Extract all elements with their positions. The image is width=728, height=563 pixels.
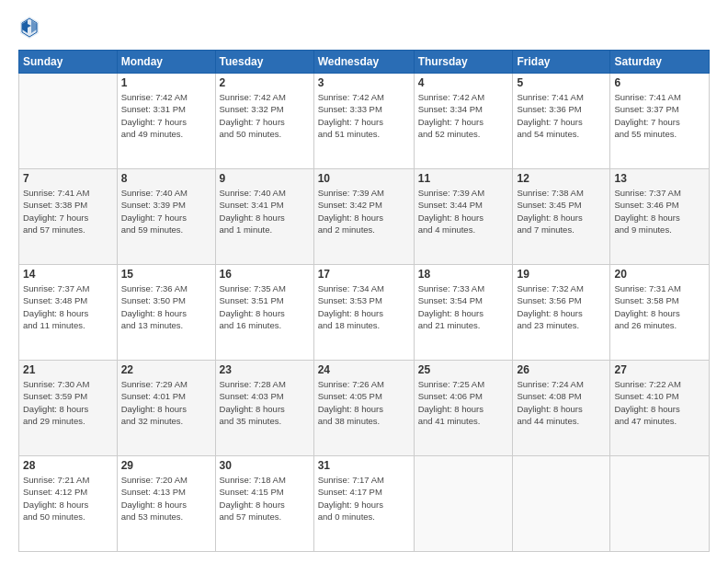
calendar-week-row: 7Sunrise: 7:41 AM Sunset: 3:38 PM Daylig… [19,169,710,265]
day-number: 28 [23,459,113,472]
logo [18,15,44,40]
day-number: 3 [318,76,410,89]
day-number: 6 [614,76,705,89]
calendar-cell [610,456,710,552]
header [18,15,710,40]
calendar-cell: 16Sunrise: 7:35 AM Sunset: 3:51 PM Dayli… [215,265,313,361]
day-info: Sunrise: 7:17 AM Sunset: 4:17 PM Dayligh… [318,474,410,523]
calendar-cell: 12Sunrise: 7:38 AM Sunset: 3:45 PM Dayli… [513,169,610,265]
day-number: 16 [220,268,310,281]
day-number: 7 [23,172,113,185]
calendar-cell: 3Sunrise: 7:42 AM Sunset: 3:33 PM Daylig… [313,74,414,169]
calendar-week-row: 14Sunrise: 7:37 AM Sunset: 3:48 PM Dayli… [19,265,710,361]
calendar-cell [513,456,610,552]
page: SundayMondayTuesdayWednesdayThursdayFrid… [0,0,728,563]
day-info: Sunrise: 7:36 AM Sunset: 3:50 PM Dayligh… [121,282,211,331]
calendar-week-row: 1Sunrise: 7:42 AM Sunset: 3:31 PM Daylig… [19,74,710,169]
day-number: 26 [517,363,606,376]
calendar-week-row: 21Sunrise: 7:30 AM Sunset: 3:59 PM Dayli… [19,361,710,456]
day-number: 5 [517,76,606,89]
calendar-cell: 7Sunrise: 7:41 AM Sunset: 3:38 PM Daylig… [19,169,118,265]
calendar-table: SundayMondayTuesdayWednesdayThursdayFrid… [18,50,710,552]
day-info: Sunrise: 7:39 AM Sunset: 3:44 PM Dayligh… [418,187,509,236]
day-info: Sunrise: 7:31 AM Sunset: 3:58 PM Dayligh… [614,282,705,331]
day-info: Sunrise: 7:33 AM Sunset: 3:54 PM Dayligh… [418,282,509,331]
day-number: 30 [220,459,310,472]
day-number: 4 [418,76,509,89]
day-number: 25 [418,363,509,376]
day-number: 14 [23,268,113,281]
calendar-cell: 21Sunrise: 7:30 AM Sunset: 3:59 PM Dayli… [19,361,118,456]
calendar-cell: 23Sunrise: 7:28 AM Sunset: 4:03 PM Dayli… [215,361,313,456]
day-number: 27 [614,363,705,376]
day-info: Sunrise: 7:35 AM Sunset: 3:51 PM Dayligh… [220,282,310,331]
calendar-cell: 25Sunrise: 7:25 AM Sunset: 4:06 PM Dayli… [414,361,513,456]
day-number: 12 [517,172,606,185]
day-info: Sunrise: 7:32 AM Sunset: 3:56 PM Dayligh… [517,282,606,331]
day-info: Sunrise: 7:34 AM Sunset: 3:53 PM Dayligh… [318,282,410,331]
day-number: 2 [220,76,310,89]
day-info: Sunrise: 7:39 AM Sunset: 3:42 PM Dayligh… [318,187,410,236]
calendar-cell: 27Sunrise: 7:22 AM Sunset: 4:10 PM Dayli… [610,361,710,456]
day-info: Sunrise: 7:20 AM Sunset: 4:13 PM Dayligh… [121,474,211,523]
day-info: Sunrise: 7:29 AM Sunset: 4:01 PM Dayligh… [121,378,211,427]
day-number: 13 [614,172,705,185]
day-info: Sunrise: 7:42 AM Sunset: 3:32 PM Dayligh… [220,91,310,140]
day-number: 29 [121,459,211,472]
day-number: 21 [23,363,113,376]
day-number: 22 [121,363,211,376]
calendar-cell: 1Sunrise: 7:42 AM Sunset: 3:31 PM Daylig… [117,74,215,169]
calendar-header-row: SundayMondayTuesdayWednesdayThursdayFrid… [19,51,710,74]
day-info: Sunrise: 7:25 AM Sunset: 4:06 PM Dayligh… [418,378,509,427]
day-info: Sunrise: 7:37 AM Sunset: 3:46 PM Dayligh… [614,187,705,236]
calendar-cell: 11Sunrise: 7:39 AM Sunset: 3:44 PM Dayli… [414,169,513,265]
day-info: Sunrise: 7:42 AM Sunset: 3:34 PM Dayligh… [418,91,509,140]
calendar-day-header: Thursday [414,51,513,74]
day-info: Sunrise: 7:41 AM Sunset: 3:36 PM Dayligh… [517,91,606,140]
calendar-cell: 30Sunrise: 7:18 AM Sunset: 4:15 PM Dayli… [215,456,313,552]
day-info: Sunrise: 7:24 AM Sunset: 4:08 PM Dayligh… [517,378,606,427]
calendar-cell: 10Sunrise: 7:39 AM Sunset: 3:42 PM Dayli… [313,169,414,265]
calendar-cell: 24Sunrise: 7:26 AM Sunset: 4:05 PM Dayli… [313,361,414,456]
calendar-cell: 2Sunrise: 7:42 AM Sunset: 3:32 PM Daylig… [215,74,313,169]
day-info: Sunrise: 7:40 AM Sunset: 3:39 PM Dayligh… [121,187,211,236]
day-number: 15 [121,268,211,281]
day-info: Sunrise: 7:38 AM Sunset: 3:45 PM Dayligh… [517,187,606,236]
calendar-day-header: Tuesday [215,51,313,74]
day-info: Sunrise: 7:41 AM Sunset: 3:37 PM Dayligh… [614,91,705,140]
day-info: Sunrise: 7:42 AM Sunset: 3:31 PM Dayligh… [121,91,211,140]
day-number: 9 [220,172,310,185]
calendar-cell: 19Sunrise: 7:32 AM Sunset: 3:56 PM Dayli… [513,265,610,361]
calendar-cell: 8Sunrise: 7:40 AM Sunset: 3:39 PM Daylig… [117,169,215,265]
day-info: Sunrise: 7:40 AM Sunset: 3:41 PM Dayligh… [220,187,310,236]
day-number: 18 [418,268,509,281]
calendar-cell: 14Sunrise: 7:37 AM Sunset: 3:48 PM Dayli… [19,265,118,361]
day-info: Sunrise: 7:28 AM Sunset: 4:03 PM Dayligh… [220,378,310,427]
calendar-cell: 28Sunrise: 7:21 AM Sunset: 4:12 PM Dayli… [19,456,118,552]
logo-icon [18,15,40,40]
calendar-cell: 4Sunrise: 7:42 AM Sunset: 3:34 PM Daylig… [414,74,513,169]
day-info: Sunrise: 7:26 AM Sunset: 4:05 PM Dayligh… [318,378,410,427]
day-number: 24 [318,363,410,376]
calendar-cell: 5Sunrise: 7:41 AM Sunset: 3:36 PM Daylig… [513,74,610,169]
day-info: Sunrise: 7:21 AM Sunset: 4:12 PM Dayligh… [23,474,113,523]
calendar-cell: 31Sunrise: 7:17 AM Sunset: 4:17 PM Dayli… [313,456,414,552]
calendar-day-header: Wednesday [313,51,414,74]
day-info: Sunrise: 7:41 AM Sunset: 3:38 PM Dayligh… [23,187,113,236]
day-number: 31 [318,459,410,472]
calendar-day-header: Sunday [19,51,118,74]
day-number: 20 [614,268,705,281]
day-number: 17 [318,268,410,281]
calendar-cell: 20Sunrise: 7:31 AM Sunset: 3:58 PM Dayli… [610,265,710,361]
calendar-cell: 26Sunrise: 7:24 AM Sunset: 4:08 PM Dayli… [513,361,610,456]
calendar-cell: 22Sunrise: 7:29 AM Sunset: 4:01 PM Dayli… [117,361,215,456]
day-number: 23 [220,363,310,376]
day-number: 8 [121,172,211,185]
day-info: Sunrise: 7:18 AM Sunset: 4:15 PM Dayligh… [220,474,310,523]
day-info: Sunrise: 7:37 AM Sunset: 3:48 PM Dayligh… [23,282,113,331]
calendar-cell [414,456,513,552]
calendar-day-header: Saturday [610,51,710,74]
day-number: 1 [121,76,211,89]
calendar-cell: 17Sunrise: 7:34 AM Sunset: 3:53 PM Dayli… [313,265,414,361]
calendar-day-header: Friday [513,51,610,74]
